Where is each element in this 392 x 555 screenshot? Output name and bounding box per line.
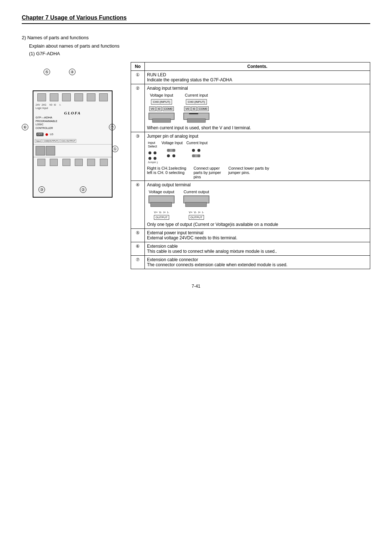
table-row: ⑦ Extension cable connector The connecto… (131, 256, 370, 269)
input-select-diagram: InputSelect Jumper pins (147, 141, 158, 164)
row4-no: ④ (131, 181, 145, 229)
voltage-connector-svg (147, 112, 176, 123)
section-number: 2) Names of parts and functions (22, 35, 370, 40)
row2-label: Analog input terminal (147, 86, 368, 91)
row6-label: Extension cable (147, 244, 368, 249)
main-content: ⑤ ④ 24V24GV0I0I- Logic Input GLOFA (22, 62, 370, 269)
row6-contents: Extension cable This cable is used to co… (145, 242, 370, 256)
svg-rect-1 (152, 119, 171, 122)
info-table: No Contents. ① RUN LED Indicate the oper… (131, 62, 370, 269)
info-table-container: No Contents. ① RUN LED Indicate the oper… (131, 62, 370, 269)
row1-no: ① (131, 71, 145, 84)
current-input-diagram: Current input CH0 (INPUT) V0 I0 COM0 (182, 93, 211, 123)
voltage-input-diagram: Voltage Input CH0 (INPUT) V0 I0 COM0 (147, 93, 176, 123)
device-diagram: ⑤ ④ 24V24GV0I0I- Logic Input GLOFA (22, 62, 123, 269)
chapter-title: Chapter 7 Usage of Various Functions (22, 15, 370, 24)
annot-7: ⑦ (109, 124, 115, 130)
row1-label: RUN LED (147, 72, 368, 77)
page-number: 7-41 (192, 284, 200, 289)
row3-detail1: Right is CH.1selecting left is CH. 0 sel… (147, 166, 186, 179)
header-no: No (131, 62, 145, 71)
row7-label: Extension cable connector (147, 257, 368, 262)
table-row: ⑥ Extension cable This cable is used to … (131, 242, 370, 256)
svg-text:Jumper pins: Jumper pins (148, 161, 158, 164)
annot-4: ④ (69, 69, 75, 75)
annot-5: ⑤ (44, 69, 50, 75)
jumper-svg-3 (190, 146, 204, 161)
row1-detail: Indicate the operating status the G7F-AD… (147, 77, 368, 82)
row3-contents: Jumper pin of analog input InputSelect (145, 132, 370, 181)
row7-detail: The connector connects extension cable w… (147, 262, 368, 267)
row4-label: Analog output terminal (147, 182, 368, 187)
svg-point-7 (148, 157, 151, 160)
row2-diagrams: Voltage Input CH0 (INPUT) V0 I0 COM0 (147, 93, 368, 123)
svg-rect-21 (151, 202, 172, 207)
table-row: ① RUN LED Indicate the operating status … (131, 71, 370, 84)
page-footer: 7-41 (22, 284, 370, 289)
table-row: ④ Analog output terminal Voltage output (131, 181, 370, 229)
svg-point-15 (192, 149, 195, 152)
row5-detail: External voltage 24VDC needs to this ter… (147, 235, 368, 240)
explain-text: Explain about names of parts and functio… (29, 43, 370, 49)
voltage-jumper-diagram: Voltage Input (162, 141, 183, 161)
jumper-svg-1: Jumper pins (147, 149, 158, 164)
row3-detail2: Connect upper parts by jumper pins (193, 166, 221, 179)
row5-no: ⑤ (131, 229, 145, 242)
row2-no: ② (131, 84, 145, 132)
sub-title: (1) G7F-ADHA (29, 51, 370, 56)
svg-point-8 (154, 157, 156, 160)
annot-6: ⑥ (22, 124, 28, 130)
row5-label: External power input terminal (147, 230, 368, 235)
svg-point-6 (154, 151, 156, 154)
row3-label: Jumper pin of analog input (147, 134, 368, 139)
row4-detail: Only one type of output (Current or Volt… (147, 222, 368, 227)
cout-svg (182, 195, 211, 210)
row4-diagrams: Voltage output V+V-I+I- OUTPUT (147, 190, 368, 220)
jumper-svg-2 (165, 146, 179, 161)
svg-point-12 (167, 154, 170, 157)
row4-contents: Analog output terminal Voltage output (145, 181, 370, 229)
table-row: ⑤ External power input terminal External… (131, 229, 370, 242)
row6-detail: This cable is used to connect while anal… (147, 249, 368, 254)
current-jumper-diagram: Current Input (186, 141, 207, 161)
annot-3: ③ (38, 186, 45, 193)
row3-diagrams: InputSelect Jumper pins (147, 141, 368, 164)
row7-no: ⑦ (131, 256, 145, 269)
current-connector-svg (182, 112, 211, 123)
voltage-output-diagram: Voltage output V+V-I+I- OUTPUT (147, 190, 176, 220)
row3-detail3: Connect lower parts by jumper pins. (228, 166, 269, 179)
header-contents: Contents. (145, 62, 370, 71)
svg-point-16 (197, 149, 200, 152)
vout-svg (147, 195, 176, 210)
svg-rect-3 (187, 119, 205, 122)
row7-contents: Extension cable connector The connector … (145, 256, 370, 269)
row5-contents: External power input terminal External v… (145, 229, 370, 242)
row6-no: ⑥ (131, 242, 145, 256)
row1-contents: RUN LED Indicate the operating status th… (145, 71, 370, 84)
svg-rect-23 (185, 202, 207, 207)
svg-point-5 (148, 151, 151, 154)
svg-point-13 (172, 154, 175, 157)
svg-rect-22 (184, 196, 209, 203)
annot-1: ① (112, 146, 118, 152)
svg-rect-14 (167, 149, 175, 152)
svg-rect-19 (192, 154, 200, 157)
row3-no: ③ (131, 132, 145, 181)
svg-rect-0 (149, 113, 174, 119)
row2-detail: When current input is used, short the V … (147, 125, 368, 130)
svg-rect-20 (149, 196, 174, 203)
row3-details: Right is CH.1selecting left is CH. 0 sel… (147, 166, 368, 179)
table-row: ② Analog input terminal Voltage Input CH… (131, 84, 370, 132)
current-output-diagram: Current output V+V-I+I- OUTPUT (182, 190, 211, 220)
table-row: ③ Jumper pin of analog input InputSelect (131, 132, 370, 181)
annot-2: ② (80, 186, 86, 193)
row2-contents: Analog input terminal Voltage Input CH0 … (145, 84, 370, 132)
